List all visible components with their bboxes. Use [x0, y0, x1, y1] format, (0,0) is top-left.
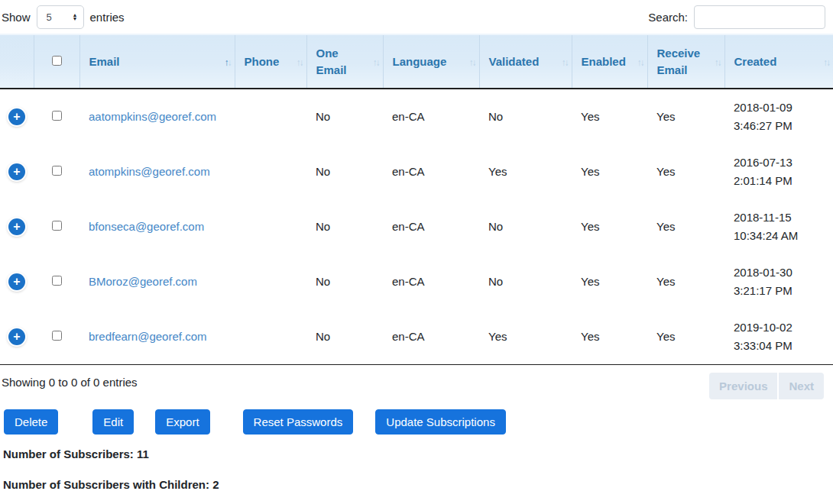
email-cell: BMoroz@georef.com	[79, 254, 235, 309]
cell-validated: Yes	[479, 144, 572, 199]
row-checkbox[interactable]	[52, 276, 62, 286]
column-label: Enabled	[582, 55, 626, 68]
select-cell	[34, 254, 79, 309]
email-link[interactable]: atompkins@georef.com	[89, 165, 210, 178]
cell-validated: No	[479, 89, 572, 144]
cell-created: 2018-01-09 3:46:27 PM	[724, 89, 833, 144]
delete-button[interactable]: Delete	[4, 409, 58, 435]
cell-created: 2018-01-30 3:21:17 PM	[724, 254, 833, 309]
column-label: Phone	[245, 55, 280, 68]
cell-enabled: Yes	[572, 199, 647, 254]
cell-phone	[235, 144, 306, 199]
email-link[interactable]: bredfearn@georef.com	[89, 330, 206, 343]
subscriber-stats: Number of Subscribers: 11Number of Subsc…	[0, 441, 833, 504]
sort-arrows-icon: ↑↓	[715, 56, 721, 69]
expand-row-plus-icon[interactable]: +	[8, 328, 25, 345]
cell-created: 2016-07-13 2:01:14 PM	[724, 144, 833, 199]
update-subscriptions-button[interactable]: Update Subscriptions	[375, 409, 506, 435]
email-cell: aatompkins@georef.com	[79, 89, 235, 144]
cell-language: en-CA	[383, 144, 479, 199]
column-header-validated[interactable]: Validated↑↓	[479, 34, 572, 89]
expand-row-plus-icon[interactable]: +	[8, 108, 25, 125]
stat-line: Number of Subscribers with Children: 2	[3, 471, 833, 491]
export-button[interactable]: Export	[155, 409, 209, 435]
sort-arrows-icon: ↑↓	[823, 56, 829, 69]
cell-language: en-CA	[383, 309, 479, 365]
entries-label: entries	[90, 11, 125, 24]
table-row: +bfonseca@georef.comNoen-CANoYesYes2018-…	[0, 199, 833, 254]
cell-receive-email: Yes	[647, 89, 724, 144]
column-header-phone[interactable]: Phone↑↓	[235, 34, 306, 89]
email-link[interactable]: bfonseca@georef.com	[89, 220, 204, 233]
sort-arrows-icon: ↑↓	[562, 56, 568, 69]
email-cell: bfonseca@georef.com	[79, 199, 235, 254]
cell-created: 2019-10-02 3:33:04 PM	[724, 309, 833, 365]
cell-language: en-CA	[383, 89, 479, 144]
select-cell	[34, 144, 79, 199]
expand-cell: +	[0, 309, 34, 365]
table-footer-bar: Showing 0 to 0 of 0 entries Previous Nex…	[0, 365, 833, 399]
cell-one-email: No	[306, 144, 383, 199]
page-length-select[interactable]: 5	[37, 5, 84, 29]
column-label: Receive Email	[657, 47, 701, 76]
column-label: Created	[734, 55, 777, 68]
search-control: Search:	[648, 5, 825, 29]
cell-validated: No	[479, 199, 572, 254]
cell-receive-email: Yes	[647, 309, 724, 365]
table-body: +aatompkins@georef.comNoen-CANoYesYes201…	[0, 89, 833, 365]
cell-receive-email: Yes	[647, 199, 724, 254]
cell-enabled: Yes	[572, 89, 647, 144]
page-length-control: Show 5 ▲▼ entries	[2, 5, 125, 29]
column-header-created[interactable]: Created↑↓	[724, 34, 833, 89]
pagination: Previous Next	[709, 373, 824, 399]
sort-arrows-icon: ↑↓	[297, 56, 303, 69]
column-header-receive_email[interactable]: Receive Email↑↓	[647, 34, 724, 89]
table-row: +BMoroz@georef.comNoen-CANoYesYes2018-01…	[0, 254, 833, 309]
select-cell	[34, 199, 79, 254]
table-controls-bar: Show 5 ▲▼ entries Search:	[0, 0, 833, 34]
column-header-email[interactable]: Email↑↓	[79, 34, 235, 89]
edit-button[interactable]: Edit	[92, 409, 134, 435]
select-cell	[34, 89, 79, 144]
cell-one-email: No	[306, 89, 383, 144]
table-header-row: Email↑↓Phone↑↓One Email↑↓Language↑↓Valid…	[0, 34, 833, 89]
expand-cell: +	[0, 254, 34, 309]
column-header-select	[34, 34, 79, 89]
cell-phone	[235, 89, 306, 144]
email-cell: bredfearn@georef.com	[79, 309, 235, 365]
email-link[interactable]: BMoroz@georef.com	[89, 275, 197, 288]
cell-validated: No	[479, 254, 572, 309]
select-cell	[34, 309, 79, 365]
cell-phone	[235, 254, 306, 309]
table-row: +atompkins@georef.comNoen-CAYesYesYes201…	[0, 144, 833, 199]
expand-row-plus-icon[interactable]: +	[8, 218, 25, 235]
column-label: One Email	[316, 47, 347, 76]
table-info: Showing 0 to 0 of 0 entries	[2, 373, 138, 389]
expand-row-plus-icon[interactable]: +	[8, 273, 25, 290]
stat-line: Number of Subscribers: 11	[3, 441, 833, 460]
expand-cell: +	[0, 199, 34, 254]
column-header-one_email[interactable]: One Email↑↓	[306, 34, 383, 89]
column-header-language[interactable]: Language↑↓	[383, 34, 479, 89]
row-checkbox[interactable]	[52, 221, 62, 231]
expand-cell: +	[0, 89, 34, 144]
email-link[interactable]: aatompkins@georef.com	[89, 110, 216, 123]
column-header-enabled[interactable]: Enabled↑↓	[572, 34, 647, 89]
cell-language: en-CA	[383, 199, 479, 254]
reset-passwords-button[interactable]: Reset Passwords	[243, 409, 354, 435]
table-row: +aatompkins@georef.comNoen-CANoYesYes201…	[0, 89, 833, 144]
previous-page-button[interactable]: Previous	[709, 373, 777, 399]
column-label: Email	[89, 55, 120, 68]
cell-receive-email: Yes	[647, 254, 724, 309]
select-all-checkbox[interactable]	[52, 56, 62, 66]
next-page-button[interactable]: Next	[779, 373, 824, 399]
sort-arrows-icon: ↑↓	[373, 56, 379, 69]
table-row: +bredfearn@georef.comNoen-CAYesYesYes201…	[0, 309, 833, 365]
expand-cell: +	[0, 144, 34, 199]
row-checkbox[interactable]	[52, 166, 62, 176]
expand-row-plus-icon[interactable]: +	[8, 163, 25, 180]
row-checkbox[interactable]	[52, 111, 62, 121]
cell-enabled: Yes	[572, 254, 647, 309]
search-input[interactable]	[694, 5, 825, 29]
row-checkbox[interactable]	[52, 331, 62, 341]
